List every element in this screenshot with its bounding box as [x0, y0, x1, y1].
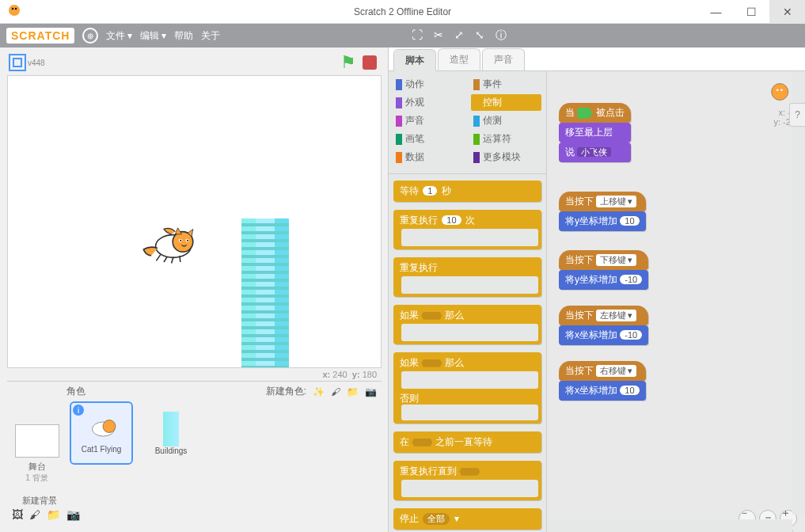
sprite-cat [139, 222, 202, 272]
menu-file[interactable]: 文件 ▾ [106, 29, 132, 43]
block-repeatuntil[interactable]: 重复执行直到 [393, 461, 541, 500]
sprite-upload-icon[interactable]: 📁 [347, 386, 359, 397]
block-wait[interactable]: 等待 1 秒 [393, 180, 541, 202]
sprite-thumb-cat[interactable]: i Cat1 Flying [70, 401, 133, 465]
category-控制[interactable]: 控制 [471, 94, 542, 111]
stage-sub: 1 背景 [7, 473, 66, 484]
hat-key-right[interactable]: 当按下 右移键 ▾ [559, 361, 646, 381]
hat-key-left[interactable]: 当按下 左移键 ▾ [559, 306, 648, 325]
svg-point-10 [103, 420, 116, 432]
block-if[interactable]: 如果 那么 [393, 305, 541, 344]
block-change-y[interactable]: 将y坐标增加 10 [559, 211, 646, 231]
sprite-info-icon[interactable]: i [73, 405, 84, 416]
menubar: SCRATCH ⊕ 文件 ▾ 编辑 ▾ 帮助 关于 ⛶ ✂ ⤢ ⤡ ⓘ [0, 24, 805, 48]
close-button[interactable]: ✕ [769, 0, 805, 24]
block-change-y-neg[interactable]: 将y坐标增加 -10 [559, 270, 648, 290]
category-事件[interactable]: 事件 [471, 76, 542, 93]
hat-flag-clicked[interactable]: 当 被点击 [559, 103, 631, 123]
window-title: Scratch 2 Offline Editor [354, 6, 451, 17]
flag-icon [577, 108, 593, 119]
block-change-x-neg[interactable]: 将x坐标增加 -10 [559, 325, 648, 345]
svg-point-6 [180, 240, 181, 241]
block-palette: 动作事件外观控制声音侦测画笔运算符数据更多模块 等待 1 秒 重复执行 10 次… [389, 71, 547, 532]
block-repeat[interactable]: 重复执行 10 次 [393, 210, 541, 249]
category-声音[interactable]: 声音 [393, 112, 465, 129]
block-help-icon[interactable]: ⓘ [496, 28, 507, 43]
scrollbar-vertical[interactable] [792, 71, 805, 515]
mouse-coords: x: 240 y: 180 [4, 368, 388, 379]
block-go-front[interactable]: 移至最上层 [559, 123, 631, 142]
scrollbar-horizontal[interactable] [547, 519, 792, 532]
category-侦测[interactable]: 侦测 [471, 112, 542, 129]
grow-icon[interactable]: ⤢ [454, 28, 464, 43]
block-waituntil[interactable]: 在 之前一直等待 [393, 431, 541, 453]
svg-point-0 [9, 5, 20, 16]
tab-scripts[interactable]: 脚本 [393, 49, 436, 71]
category-更多模块[interactable]: 更多模块 [471, 149, 542, 165]
sprite-paint-icon[interactable]: 🖌 [331, 386, 340, 397]
category-数据[interactable]: 数据 [393, 149, 465, 165]
new-backdrop-label: 新建背景 [7, 492, 66, 508]
new-sprite-label: 新建角色: [266, 385, 306, 398]
backdrop-paint-icon[interactable]: 🖌 [29, 508, 40, 521]
menu-about[interactable]: 关于 [201, 29, 220, 43]
svg-point-13 [780, 89, 783, 91]
hat-key-up[interactable]: 当按下 上移键 ▾ [559, 192, 646, 211]
category-运算符[interactable]: 运算符 [471, 131, 542, 147]
duplicate-icon[interactable]: ✂ [434, 28, 443, 43]
tab-costumes[interactable]: 造型 [438, 48, 480, 70]
fullscreen-icon[interactable] [9, 54, 26, 71]
tabs: 脚本 造型 声音 [389, 48, 805, 71]
menu-help[interactable]: 帮助 [174, 29, 193, 43]
stop-icon[interactable] [363, 55, 377, 70]
svg-point-1 [12, 8, 13, 10]
block-say[interactable]: 说 小飞侠 [559, 142, 631, 162]
svg-point-8 [187, 240, 188, 241]
app-icon [6, 2, 22, 21]
backdrop-library-icon[interactable]: 🖼 [12, 508, 23, 521]
stamp-icon[interactable]: ⛶ [412, 28, 423, 43]
sprite-thumb-buildings[interactable]: Buildings [139, 401, 203, 465]
hat-key-down[interactable]: 当按下 下移键 ▾ [559, 250, 648, 270]
scratch-logo: SCRATCH [6, 28, 74, 44]
category-画笔[interactable]: 画笔 [393, 131, 465, 147]
tab-sounds[interactable]: 声音 [482, 48, 525, 70]
shrink-icon[interactable]: ⤡ [475, 28, 484, 43]
script-area[interactable]: x: -7y: -24 当 被点击 移至最上层 说 小飞侠 当按下 上移键 ▾ [547, 71, 805, 532]
titlebar: Scratch 2 Offline Editor — ☐ ✕ [0, 0, 805, 24]
sprite-building [241, 218, 289, 368]
green-flag-icon[interactable]: ⚑ [340, 52, 356, 73]
sprite-library-icon[interactable]: ✨ [313, 386, 325, 397]
maximize-button[interactable]: ☐ [734, 0, 769, 24]
svg-point-11 [772, 83, 788, 100]
stage[interactable] [7, 75, 382, 368]
svg-point-12 [777, 89, 779, 91]
sprites-header: 角色 [66, 385, 85, 398]
block-ifelse[interactable]: 如果 那么 否则 [393, 352, 541, 424]
version-label: v448 [28, 59, 45, 67]
stage-thumbnail[interactable] [15, 424, 59, 458]
language-icon[interactable]: ⊕ [82, 28, 98, 44]
backdrop-upload-icon[interactable]: 📁 [47, 508, 60, 521]
block-stop[interactable]: 停止 全部 ▾ [393, 508, 541, 530]
minimize-button[interactable]: — [698, 0, 734, 24]
category-动作[interactable]: 动作 [393, 76, 465, 93]
block-change-x[interactable]: 将x坐标增加 10 [559, 381, 646, 401]
menu-edit[interactable]: 编辑 ▾ [140, 29, 166, 43]
sprite-camera-icon[interactable]: 📷 [365, 386, 377, 397]
help-tab-icon[interactable]: ? [789, 103, 805, 127]
block-forever[interactable]: 重复执行 [393, 257, 541, 297]
svg-point-2 [15, 8, 17, 10]
category-外观[interactable]: 外观 [393, 94, 465, 111]
stage-label: 舞台 [7, 461, 66, 473]
